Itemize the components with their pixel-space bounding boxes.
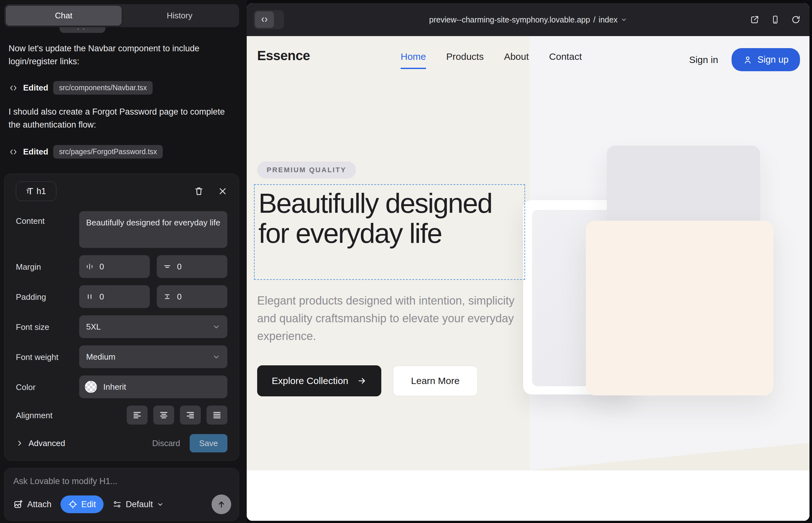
font-weight-select[interactable]: Medium [79,345,227,368]
chevron-down-icon [212,353,220,361]
editor-header: тT h1 [16,181,227,201]
edited-label: Edited [23,83,48,93]
nav-link-products[interactable]: Products [446,51,483,69]
file-path-pill[interactable]: src/pages/ForgotPassword.tsx [53,145,162,159]
element-tag-pill[interactable]: тT h1 [16,181,56,201]
chat-message: I should also create a Forgot Password p… [8,105,235,131]
chevron-right-icon [16,439,23,447]
chat-history-tabbar: Chat History [4,4,239,27]
align-right-icon [186,410,195,420]
color-label: Color [16,382,79,392]
url-bar[interactable]: preview--charming-site-symphony.lovable.… [247,3,810,36]
learn-more-button[interactable]: Learn More [393,365,478,396]
preview-page: index [599,15,618,24]
auth-actions: Sign in Sign up [689,48,800,71]
alignment-row: Alignment [16,405,227,425]
chrome-actions [750,3,800,36]
mobile-view-icon[interactable] [771,15,780,24]
hero-heading[interactable]: Beautifully designed for everyday life [259,188,521,249]
alignment-label: Alignment [16,410,79,420]
attach-image-icon [13,499,23,509]
content-input[interactable]: Beautifully designed for everyday life [79,211,227,248]
font-weight-label: Font weight [16,352,79,362]
tab-history[interactable]: History [122,6,237,26]
font-size-select[interactable]: 5XL [79,315,227,338]
edited-file-row[interactable]: Edited src/components/Navbar.tsx [8,81,153,95]
margin-row: Margin 0 0 [16,255,227,278]
margin-horizontal-icon [86,263,94,271]
align-center-button[interactable] [153,405,174,425]
align-justify-button[interactable] [207,405,227,425]
advanced-toggle[interactable]: Advanced [16,438,65,448]
transparent-color-swatch [85,381,97,393]
hero-paragraph: Elegant products designed with intention… [257,292,517,345]
editor-footer: Advanced Discard Save [16,434,227,452]
padding-y-input[interactable]: 0 [157,285,227,308]
nav-link-contact[interactable]: Contact [549,51,582,69]
preview-window: preview--charming-site-symphony.lovable.… [247,3,810,521]
chevron-down-icon [157,501,164,508]
margin-x-input[interactable]: 0 [79,255,150,278]
margin-y-input[interactable]: 0 [157,255,227,278]
arrow-up-icon [217,500,226,509]
close-icon[interactable] [218,186,227,196]
padding-row: Padding 0 0 [16,285,227,308]
typography-icon: тT [26,186,33,197]
clipped-chat-pill: ·· [59,26,105,33]
padding-horizontal-icon [86,292,94,301]
tab-chat[interactable]: Chat [6,6,122,26]
align-right-button[interactable] [180,405,201,425]
padding-vertical-icon [163,292,171,301]
sliders-icon [112,500,122,509]
nav-link-home[interactable]: Home [401,51,426,69]
delete-element-button[interactable] [194,186,204,196]
attach-button[interactable]: Attach [13,499,52,509]
hero-cta-row: Explore Collection Learn More [257,365,478,396]
app-window: Chat History ·· Now let's update the Nav… [0,0,812,523]
site-nav-links: Home Products About Contact [401,51,582,69]
edited-file-row[interactable]: Edited src/pages/ForgotPassword.tsx [8,145,163,159]
next-section [247,470,810,521]
align-left-button[interactable] [127,405,147,425]
sign-in-link[interactable]: Sign in [689,54,718,65]
site-canvas: Essence Home Products About Contact Sign… [247,36,810,521]
element-selection-outline[interactable]: Beautifully designed for everyday life [254,184,525,280]
padding-label: Padding [16,292,79,302]
sidebar: Chat History ·· Now let's update the Nav… [0,0,247,523]
font-weight-row: Font weight Medium [16,345,227,368]
element-editor-panel: тT h1 Content Beautifully designed for e… [4,174,239,461]
premium-quality-badge: PREMIUM QUALITY [257,161,356,179]
align-left-icon [133,410,142,420]
preview-url: preview--charming-site-symphony.lovable.… [429,15,590,24]
element-tag-name: h1 [36,186,46,196]
url-separator: / [593,15,595,24]
save-button[interactable]: Save [190,434,227,452]
file-path-pill[interactable]: src/components/Navbar.tsx [53,81,152,95]
font-size-row: Font size 5XL [16,315,227,338]
prompt-box: Ask Lovable to modify H1... Attach Edit [4,468,239,521]
explore-collection-button[interactable]: Explore Collection [257,365,381,396]
edit-mode-button[interactable]: Edit [60,495,104,513]
chat-message: Now let's update the Navbar component to… [8,42,235,68]
edited-label: Edited [23,147,48,157]
refresh-icon[interactable] [791,15,800,24]
person-icon [743,55,753,65]
content-label: Content [16,211,79,226]
content-row: Content Beautifully designed for everyda… [16,211,227,248]
margin-label: Margin [16,262,79,272]
default-mode-select[interactable]: Default [112,500,164,509]
nav-link-about[interactable]: About [504,51,529,69]
chevron-down-icon [212,323,220,331]
sign-up-button[interactable]: Sign up [731,48,800,71]
padding-x-input[interactable]: 0 [79,285,150,308]
chevron-down-icon [621,16,627,23]
open-external-icon[interactable] [750,15,759,24]
code-icon [8,84,18,92]
code-icon [8,148,18,156]
send-button[interactable] [212,494,231,514]
site-logo[interactable]: Essence [257,48,310,63]
color-picker[interactable]: Inherit [79,376,227,398]
prompt-input[interactable]: Ask Lovable to modify H1... [13,476,230,486]
color-row: Color Inherit [16,376,227,398]
discard-button[interactable]: Discard [152,438,180,448]
